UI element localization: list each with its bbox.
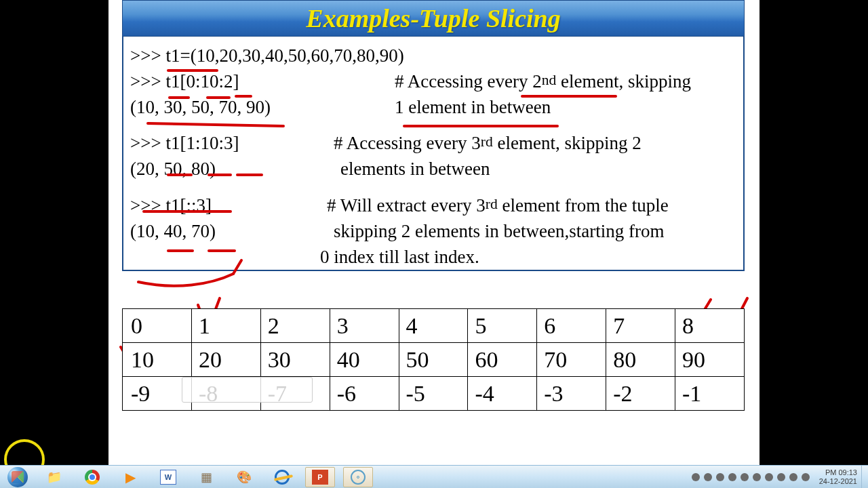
start-button[interactable]	[0, 466, 35, 489]
comment-6b: element from the tuple	[498, 195, 669, 216]
tray-icon[interactable]	[765, 473, 773, 481]
cell-pos-3: 3	[330, 309, 399, 343]
tray-icon[interactable]	[777, 473, 785, 481]
cell-val-3: 40	[330, 343, 399, 377]
slide-title: Examples-Tuple Slicing	[306, 3, 560, 33]
cell-val-8: 90	[675, 343, 745, 377]
taskbar-ie[interactable]	[267, 467, 297, 487]
powerpoint-icon: P	[312, 470, 328, 485]
code-line-2-right: # Accessing every 2nd element, skipping	[395, 69, 736, 95]
code-line-4-left: >>> t1[1:10:3]	[130, 131, 334, 157]
comment-4b: element, skipping 2	[493, 133, 642, 153]
cell-pos-6: 6	[537, 309, 606, 343]
system-tray[interactable]	[692, 473, 815, 481]
tray-icon[interactable]	[704, 473, 712, 481]
word-icon: W	[160, 470, 176, 485]
code-line-7-right: skipping 2 elements in between,starting …	[334, 219, 736, 245]
cell-val-0: 10	[123, 343, 192, 377]
cell-pos-4: 4	[399, 309, 468, 343]
sup-nd: nd	[542, 72, 557, 88]
sup-rd-1: rd	[481, 134, 493, 150]
code-line-8-left	[130, 245, 320, 270]
taskbar[interactable]: 📁 ▶ W ▦ 🎨 P PM 09:13 24-12-2021	[0, 465, 868, 488]
table-row-pos-index: 0 1 2 3 4 5 6 7 8	[123, 309, 745, 343]
tray-icon[interactable]	[802, 473, 810, 481]
code-line-6-left: >>> t1[::3]	[130, 193, 327, 219]
ie-icon	[275, 470, 290, 485]
taskbar-tooltip	[182, 377, 313, 403]
tray-icon[interactable]	[728, 473, 736, 481]
code-line-6-right: # Will extract every 3rd element from th…	[327, 193, 736, 219]
cell-neg-8: -1	[675, 377, 745, 411]
bricks-icon: ▦	[201, 470, 212, 485]
slide-title-bar: Examples-Tuple Slicing	[122, 0, 745, 37]
taskbar-media-player[interactable]: ▶	[115, 467, 145, 487]
comment-6a: # Will extract every 3	[327, 195, 486, 216]
windows-orb-icon	[7, 467, 28, 487]
cell-pos-5: 5	[468, 309, 537, 343]
cell-neg-6: -3	[537, 377, 606, 411]
comment-2a: # Accessing every 2	[395, 71, 542, 92]
slide: Examples-Tuple Slicing >>> t1=(10,20,30,…	[122, 0, 745, 271]
disc-icon	[351, 470, 366, 485]
tray-icon[interactable]	[753, 473, 761, 481]
taskbar-paint[interactable]: 🎨	[229, 467, 259, 487]
tray-icon[interactable]	[692, 473, 700, 481]
cell-neg-3: -6	[330, 377, 399, 411]
code-line-7-left: (10, 40, 70)	[130, 219, 334, 245]
cell-neg-7: -2	[606, 377, 675, 411]
sup-rd-2: rd	[486, 196, 498, 212]
code-line-3-right: 1 element in between	[395, 95, 736, 121]
cell-pos-8: 8	[675, 309, 745, 343]
cell-neg-4: -5	[399, 377, 468, 411]
code-line-4-right: # Accessing every 3rd element, skipping …	[334, 131, 736, 157]
cell-val-1: 20	[191, 343, 260, 377]
taskbar-word[interactable]: W	[153, 467, 183, 487]
comment-2b: element, skipping	[556, 71, 691, 92]
show-desktop-button[interactable]	[861, 466, 868, 489]
code-line-8-right: 0 index till last index.	[320, 245, 736, 270]
folder-icon: 📁	[47, 470, 62, 485]
cell-val-2: 30	[260, 343, 330, 377]
code-line-5-left: (20, 50, 80)	[130, 157, 340, 182]
table-row-values: 10 20 30 40 50 60 70 80 90	[123, 343, 745, 377]
code-line-2-left: >>> t1[0:10:2]	[130, 69, 395, 95]
taskbar-clock[interactable]: PM 09:13 24-12-2021	[815, 468, 861, 485]
cell-val-4: 50	[399, 343, 468, 377]
clock-date: 24-12-2021	[819, 477, 857, 486]
chrome-icon	[85, 470, 100, 485]
clock-time: PM 09:13	[819, 468, 857, 477]
tray-icon[interactable]	[789, 473, 797, 481]
taskbar-disc-app[interactable]	[343, 467, 373, 487]
cell-pos-2: 2	[260, 309, 330, 343]
taskbar-powerpoint[interactable]: P	[305, 467, 335, 487]
cell-val-6: 70	[537, 343, 606, 377]
taskbar-app-bricks[interactable]: ▦	[191, 467, 221, 487]
cell-pos-0: 0	[123, 309, 192, 343]
cell-val-5: 60	[468, 343, 537, 377]
cell-pos-1: 1	[191, 309, 260, 343]
code-line-3-left: (10, 30, 50, 70, 90)	[130, 95, 395, 121]
cell-val-7: 80	[606, 343, 675, 377]
taskbar-chrome[interactable]	[77, 467, 107, 487]
tray-icon[interactable]	[741, 473, 749, 481]
comment-4a: # Accessing every 3	[334, 133, 481, 153]
wmp-icon: ▶	[125, 469, 136, 485]
taskbar-explorer[interactable]: 📁	[39, 467, 69, 487]
slide-content: >>> t1=(10,20,30,40,50,60,70,80,90) >>> …	[122, 37, 745, 271]
code-line-5-right: elements in between	[340, 157, 736, 182]
tray-icon[interactable]	[716, 473, 724, 481]
cell-pos-7: 7	[606, 309, 675, 343]
cell-neg-5: -4	[468, 377, 537, 411]
paint-icon: 🎨	[237, 470, 252, 485]
code-line-1: >>> t1=(10,20,30,40,50,60,70,80,90)	[130, 43, 736, 69]
